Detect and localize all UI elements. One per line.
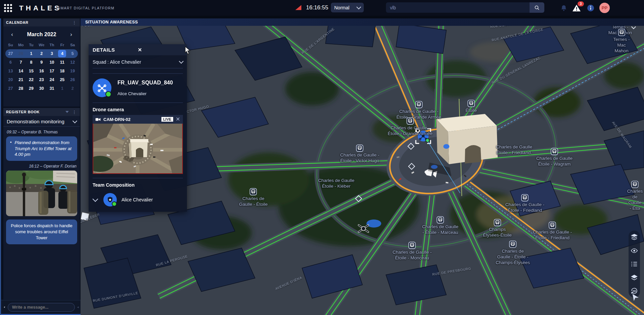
calendar-day[interactable]: 28 (16, 85, 26, 92)
register-caption-card: Police forces dispatch to handle some tr… (6, 219, 77, 245)
info-button[interactable] (585, 3, 596, 13)
collapse-icon[interactable] (65, 111, 69, 113)
calendar-day[interactable]: 2 (67, 85, 78, 92)
calendar-day[interactable]: 11 (57, 59, 67, 66)
buildings-3d-button[interactable] (630, 233, 638, 241)
register-filter-select[interactable]: Demonstration monitoring (3, 116, 80, 127)
legend-list-button[interactable] (630, 260, 638, 268)
navigation-arrow-icon (630, 293, 639, 301)
send-icon[interactable] (77, 304, 79, 310)
calendar-day[interactable]: 12 (67, 59, 78, 66)
map-collapse-button[interactable] (632, 26, 635, 28)
map-square-marker[interactable] (81, 212, 89, 221)
register-book-title: REGISTER BOOK (6, 110, 65, 114)
drone-avatar (93, 78, 111, 97)
calendar-day[interactable]: 16 (36, 67, 47, 75)
microphone-icon[interactable] (4, 304, 5, 311)
calendar-day[interactable]: 1 (26, 50, 37, 57)
search-input[interactable] (386, 2, 530, 13)
app-launcher-icon[interactable] (3, 3, 13, 13)
calendar-day[interactable]: 14 (16, 67, 26, 75)
calendar-day[interactable]: 6 (5, 59, 16, 66)
calendar-day[interactable]: 30 (36, 85, 47, 92)
search-button[interactable] (530, 2, 544, 13)
alert-signal-icon (295, 5, 301, 10)
calendar-day[interactable]: 22 (26, 76, 37, 83)
calendar-day[interactable]: 25 (57, 76, 67, 83)
register-photo (6, 171, 77, 216)
calendar-day[interactable]: 10 (47, 59, 57, 66)
mode-select-value: Normal (334, 5, 349, 10)
message-input[interactable] (8, 303, 75, 312)
calendar-day[interactable]: 28 (16, 50, 26, 57)
platform-subtitle: SMART DIGITAL PLATFORM (58, 6, 114, 10)
situation-awareness-title: SITUATION AWARENESS (85, 20, 138, 24)
calendar-next-button[interactable]: › (68, 31, 74, 38)
calendar-week-row: 20212223242526 (5, 75, 78, 84)
calendar-day[interactable]: 9 (36, 59, 47, 66)
calendar-day[interactable]: 17 (47, 67, 57, 75)
calendar-day[interactable]: 20 (5, 76, 16, 83)
clock: 16:16:55 (306, 4, 328, 11)
alerts-count-badge: 3 (578, 1, 584, 6)
calendar-day[interactable]: 1 (57, 85, 67, 92)
entry-timestamp: 09:32 – Operator B. Thomas (7, 130, 77, 134)
details-close-button[interactable]: ✕ (138, 47, 183, 52)
calendar-day[interactable]: 4 (58, 50, 66, 57)
calendar-day[interactable]: 2 (36, 50, 47, 57)
compass-navigation-button[interactable] (630, 293, 639, 303)
situation-awareness-header: SITUATION AWARENESS (81, 18, 644, 26)
expand-member-chevron[interactable] (93, 196, 98, 202)
calendar-day[interactable]: 26 (67, 76, 78, 83)
calendar-grid: SuMoTuWeThFrSa27281234567891011121314151… (3, 40, 80, 93)
drone-video-feed[interactable] (93, 124, 183, 174)
calendar-day[interactable]: 13 (5, 67, 16, 75)
police-photo-illustration (6, 171, 77, 216)
calendar-week-row: 272829303112 (5, 84, 78, 93)
calendar-day[interactable]: 21 (16, 76, 26, 83)
calendar-week-row: 6789101112 (5, 58, 78, 67)
calendar-widget: CALENDAR ⋮ ‹ March 2022 › SuMoTuWeThFrSa… (3, 18, 80, 107)
calendar-day[interactable]: 23 (36, 76, 47, 83)
calendar-day[interactable]: 5 (67, 50, 78, 57)
calendar-day[interactable]: 15 (26, 67, 37, 75)
calendar-day[interactable]: 3 (47, 50, 57, 57)
calendar-week-row: 13141516171819 (5, 67, 78, 75)
calendar-month-label: March 2022 (27, 32, 56, 38)
eye-icon (631, 247, 638, 254)
calendar-menu-icon[interactable]: ⋮ (71, 20, 77, 25)
chevron-down-icon (179, 59, 184, 64)
calendar-day[interactable]: 31 (47, 85, 57, 92)
calendar-day[interactable]: 7 (16, 59, 26, 66)
bell-icon (560, 4, 567, 12)
calendar-day[interactable]: 24 (47, 76, 57, 83)
message-bar (1, 300, 82, 315)
register-filter-value: Demonstration monitoring (7, 119, 73, 124)
alerts-button[interactable]: 3 (571, 3, 582, 13)
calendar-day[interactable]: 18 (57, 67, 67, 75)
layers-button[interactable] (630, 273, 638, 281)
search-icon (534, 5, 540, 11)
calendar-day[interactable]: 19 (67, 67, 78, 75)
calendar-day[interactable]: 27 (5, 50, 16, 57)
online-status-dot (112, 201, 117, 206)
layers-icon (631, 274, 638, 281)
svg-text:2D: 2D (632, 290, 636, 293)
calendar-day-header: We (36, 43, 47, 47)
camera-card: CAM-DRN-02 LIVE ✕ (93, 115, 183, 174)
squad-selector[interactable]: Squad : Alice Chevalier (89, 55, 187, 68)
top-bar: THALES SMART DIGITAL PLATFORM 16:16:55 N… (0, 0, 644, 16)
calendar-prev-button[interactable]: ‹ (9, 31, 15, 38)
calendar-day[interactable]: 27 (5, 85, 16, 92)
calendar-day[interactable]: 8 (26, 59, 37, 66)
user-avatar[interactable]: PP (599, 3, 610, 13)
calendar-day[interactable]: 29 (26, 85, 37, 92)
entry-timestamp: 16:12 – Operator F. Dorian (7, 164, 77, 169)
register-book-menu-icon[interactable]: ⋮ (71, 110, 77, 114)
mode-select[interactable]: Normal (331, 3, 364, 12)
camera-close-button[interactable]: ✕ (176, 117, 180, 122)
notifications-bell-button[interactable] (558, 3, 569, 13)
visibility-button[interactable] (630, 247, 638, 255)
register-note-text: Planned demonstration from Triumph Arc t… (15, 140, 73, 158)
details-title: DETAILS (93, 47, 138, 53)
